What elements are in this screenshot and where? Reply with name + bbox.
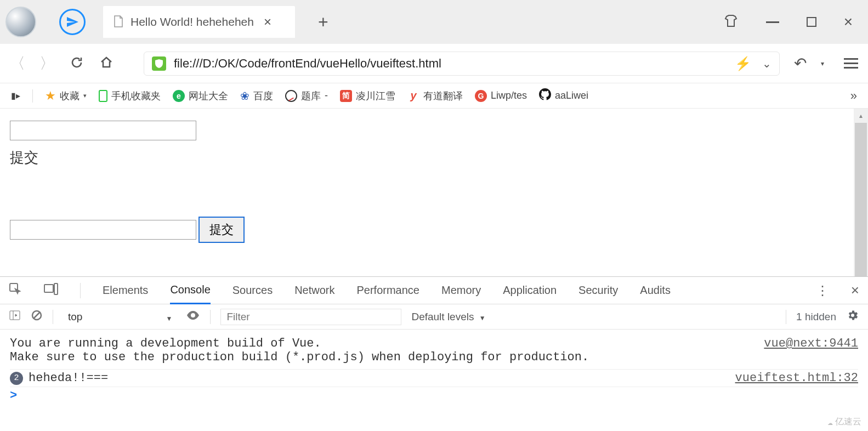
chevron-down-icon: ▼	[479, 314, 486, 322]
separator	[53, 310, 53, 324]
tab-close-button[interactable]: ×	[264, 14, 271, 30]
console-prompt-icon: >	[10, 389, 17, 402]
bookmarks-overflow[interactable]: »	[850, 89, 857, 103]
console-text: You are running a development build of V…	[10, 337, 589, 350]
address-bar: 〈 〉 file:///D:/OK/Code/frontEnd/vueHello…	[0, 44, 868, 83]
bookmarks-bar: ▮▸ ★ 收藏 ▾ 手机收藏夹 e 网址大全 ❀ 百度 题库 - 简 凌川江雪 …	[0, 83, 868, 109]
tab-console[interactable]: Console	[170, 283, 210, 304]
clear-console-button[interactable]	[31, 309, 43, 324]
tab-network[interactable]: Network	[294, 284, 334, 297]
devtools-menu-button[interactable]: ⋮	[816, 283, 829, 298]
separator	[786, 310, 786, 324]
live-expression-button[interactable]	[186, 310, 200, 323]
titlebar: Hello World! heheheheh × + ×	[0, 0, 868, 44]
form1-input[interactable]	[10, 121, 196, 140]
bookmark-liwp[interactable]: G Liwp/tes	[475, 90, 527, 102]
maximize-button[interactable]	[807, 17, 816, 27]
chevron-down-icon: ▼	[166, 315, 173, 322]
tab-sources[interactable]: Sources	[232, 284, 273, 297]
console-filter-input[interactable]	[220, 309, 401, 325]
url-box[interactable]: file:///D:/OK/Code/frontEnd/vueHello/vue…	[144, 52, 780, 76]
back-button[interactable]: 〈	[10, 53, 25, 74]
tab-elements[interactable]: Elements	[103, 284, 148, 297]
device-toggle-button[interactable]	[44, 283, 58, 298]
console-sidebar-toggle[interactable]	[9, 309, 21, 324]
undo-dropdown-icon[interactable]: ▾	[821, 60, 824, 67]
baidu-icon: ❀	[240, 89, 249, 103]
form2-submit-button[interactable]: 提交	[198, 217, 245, 243]
chevron-down-icon: ▾	[83, 92, 87, 99]
bookmark-baidu[interactable]: ❀ 百度	[240, 89, 273, 103]
separator	[210, 310, 211, 324]
console-source-link[interactable]: vueiftest.html:32	[735, 371, 858, 385]
sidebar-toggle-icon[interactable]: ▮▸	[11, 90, 20, 101]
levels-label: Default levels	[411, 311, 474, 322]
github-icon	[539, 88, 551, 103]
user-avatar[interactable]	[5, 7, 36, 37]
new-tab-button[interactable]: +	[318, 12, 328, 32]
bookmark-label: 凌川江雪	[356, 89, 395, 103]
tab-application[interactable]: Application	[503, 284, 557, 297]
watermark-text: 亿速云	[835, 416, 861, 428]
devtools-close-button[interactable]: ×	[851, 282, 859, 299]
scrollbar[interactable]: ▴	[854, 109, 868, 276]
home-button[interactable]	[99, 55, 114, 72]
bookmark-lcjx[interactable]: 简 凌川江雪	[340, 89, 395, 103]
url-text: file:///D:/OK/Code/frontEnd/vueHello/vue…	[174, 56, 723, 71]
window-close-button[interactable]: ×	[844, 13, 853, 31]
bookmark-favorites[interactable]: ★ 收藏 ▾	[45, 89, 87, 103]
star-icon: ★	[45, 89, 56, 103]
context-label: top	[68, 311, 82, 322]
tab-performance[interactable]: Performance	[357, 284, 420, 297]
bookmark-label: 收藏	[60, 89, 80, 103]
bookmark-mobile[interactable]: 手机收藏夹	[99, 89, 161, 103]
bookmark-aaliwei[interactable]: aaLiwei	[539, 88, 588, 103]
security-shield-icon	[152, 56, 166, 71]
phone-icon	[99, 90, 107, 102]
console-toolbar: top ▼ Default levels ▼ 1 hidden	[0, 304, 868, 330]
separator	[80, 283, 81, 298]
form1-submit-text[interactable]: 提交	[10, 148, 858, 167]
bookmark-tiku[interactable]: 题库 -	[285, 89, 328, 103]
console-output: You are running a development build of V…	[0, 330, 868, 431]
main-menu-button[interactable]	[844, 58, 858, 69]
360-icon: e	[173, 90, 185, 102]
inspect-element-button[interactable]	[9, 282, 22, 298]
bolt-icon[interactable]: ⚡	[735, 56, 751, 71]
scroll-up-icon[interactable]: ▴	[854, 109, 868, 123]
context-selector[interactable]: top ▼	[63, 309, 176, 325]
console-source-link[interactable]: vue@next:9441	[764, 337, 858, 350]
forward-button[interactable]: 〉	[39, 53, 55, 74]
bookmark-label: 手机收藏夹	[111, 89, 161, 103]
bookmark-wzdq[interactable]: e 网址大全	[173, 89, 228, 103]
bookmark-dash: -	[325, 90, 328, 101]
log-levels-selector[interactable]: Default levels ▼	[411, 311, 495, 323]
url-dropdown-icon[interactable]: ⌄	[762, 57, 771, 70]
minimize-button[interactable]	[766, 21, 779, 23]
repeat-count-badge: 2	[10, 372, 23, 385]
bookmark-label: 网址大全	[189, 89, 228, 103]
page-icon	[113, 15, 124, 30]
tab-audits[interactable]: Audits	[640, 284, 671, 297]
reload-button[interactable]	[69, 55, 84, 72]
form-2: 提交	[0, 179, 868, 248]
scroll-thumb[interactable]	[855, 123, 867, 276]
skin-icon[interactable]	[723, 14, 739, 30]
console-settings-button[interactable]	[846, 309, 859, 325]
tab-memory[interactable]: Memory	[441, 284, 481, 297]
console-text: Make sure to use the production build (*…	[10, 350, 589, 364]
browser-tab[interactable]: Hello World! heheheheh ×	[103, 6, 295, 38]
bookmark-youdao[interactable]: y 有道翻译	[407, 89, 463, 103]
bookmark-label: 百度	[253, 89, 273, 103]
tab-security[interactable]: Security	[578, 284, 618, 297]
gitee-icon: G	[475, 90, 487, 102]
send-button[interactable]	[59, 9, 86, 35]
console-prompt-row[interactable]: >	[10, 387, 858, 404]
tiku-icon	[285, 90, 297, 102]
devtools-panel: Elements Console Sources Network Perform…	[0, 276, 868, 431]
console-text: heheda!!===	[29, 371, 108, 385]
bookmark-label: 题库	[301, 89, 321, 103]
hidden-count[interactable]: 1 hidden	[796, 311, 836, 323]
undo-button[interactable]: ↶	[794, 54, 807, 72]
form2-input[interactable]	[10, 220, 196, 240]
